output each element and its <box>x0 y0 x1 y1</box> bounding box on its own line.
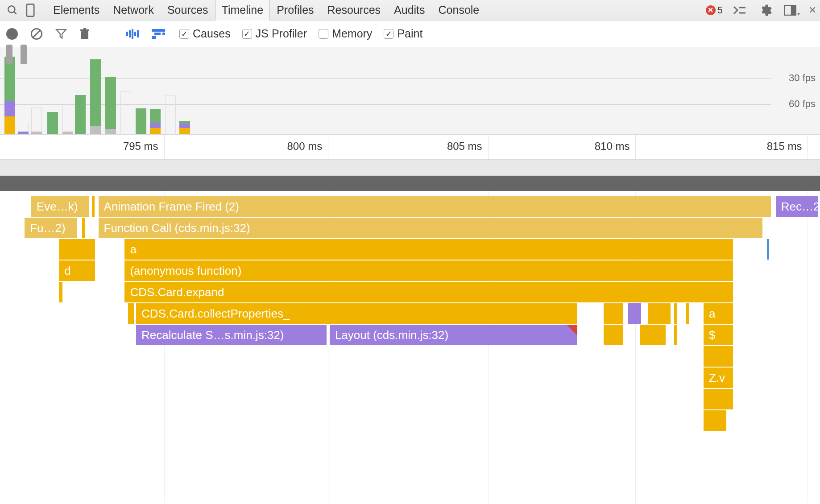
checkbox-box-icon <box>242 29 252 39</box>
error-icon: ✕ <box>706 5 716 15</box>
flame-bar[interactable]: $ <box>704 325 733 345</box>
record-button[interactable] <box>6 28 18 40</box>
overview-bars <box>4 47 766 134</box>
checkbox-label: JS Profiler <box>256 27 307 40</box>
time-ruler[interactable]: 795 ms800 ms805 ms810 ms815 ms <box>0 135 820 160</box>
timeline-overview[interactable]: 30 fps60 fps <box>0 47 820 135</box>
ruler-tick-label: 805 ms <box>447 140 482 153</box>
ruler-tick: 805 ms <box>488 135 489 159</box>
clear-icon[interactable] <box>30 28 43 40</box>
tab-sources[interactable]: Sources <box>161 0 215 21</box>
svg-rect-10 <box>81 31 88 39</box>
flame-bar[interactable] <box>128 303 134 324</box>
flame-bar[interactable] <box>604 325 623 345</box>
flame-chart[interactable]: Eve…k)Animation Frame Fired (2)Rec…2)Fu…… <box>0 191 820 503</box>
show-console-icon[interactable] <box>731 1 749 19</box>
flame-bar[interactable] <box>628 303 641 324</box>
svg-marker-9 <box>56 29 66 38</box>
flame-bar[interactable] <box>686 303 689 324</box>
ruler-tick-label: 815 ms <box>767 140 802 153</box>
checkbox-js-profiler[interactable]: JS Profiler <box>242 27 307 40</box>
error-count-badge[interactable]: ✕ 5 <box>706 4 723 16</box>
overview-range-handle[interactable] <box>21 45 27 64</box>
checkbox-box-icon <box>384 29 393 39</box>
dock-menu-caret-icon: ▾ <box>797 11 800 17</box>
panel-tabs: ElementsNetworkSourcesTimelineProfilesRe… <box>46 0 486 21</box>
flame-bar[interactable] <box>704 410 726 431</box>
flame-bar[interactable] <box>59 282 62 302</box>
checkbox-memory[interactable]: Memory <box>319 27 372 40</box>
flame-bar[interactable]: Recalculate S…s.min.js:32) <box>136 325 326 345</box>
flame-bar[interactable] <box>704 346 733 367</box>
fps-label: 60 fps <box>789 98 816 110</box>
tab-console[interactable]: Console <box>432 0 486 21</box>
flame-bar[interactable] <box>674 325 677 345</box>
flame-bar[interactable]: a <box>124 239 733 260</box>
flame-bar[interactable]: d <box>59 260 95 281</box>
svg-rect-12 <box>83 28 86 29</box>
flame-bar[interactable]: Animation Frame Fired (2) <box>99 196 771 217</box>
svg-rect-11 <box>80 29 89 31</box>
tabbar-right: ✕ 5 ▾ ✕ <box>706 1 816 19</box>
flame-bar[interactable]: CDS.Card.collectProperties_ <box>136 303 577 324</box>
flame-bar[interactable] <box>92 196 95 217</box>
svg-line-8 <box>33 30 40 37</box>
flame-bar[interactable] <box>604 303 623 324</box>
tab-network[interactable]: Network <box>106 0 161 21</box>
frames-view-icon[interactable] <box>126 29 139 39</box>
flame-bar[interactable]: CDS.Card.expand <box>124 282 733 302</box>
capture-options: CausesJS ProfilerMemoryPaint <box>179 27 422 40</box>
flame-bar[interactable] <box>704 389 733 409</box>
filter-funnel-icon[interactable] <box>55 28 67 40</box>
flame-bar[interactable]: Fu…2) <box>25 218 77 238</box>
checkbox-label: Paint <box>397 27 422 40</box>
tab-resources[interactable]: Resources <box>321 0 388 21</box>
ruler-tick-label: 800 ms <box>287 140 322 153</box>
garbage-collect-icon[interactable] <box>79 28 90 40</box>
tab-audits[interactable]: Audits <box>387 0 431 21</box>
flame-gridline <box>808 191 808 503</box>
flame-bar[interactable]: Rec…2) <box>776 196 819 217</box>
device-mode-icon[interactable] <box>21 1 39 19</box>
dock-side-icon[interactable]: ▾ <box>783 1 800 19</box>
flamechart-view-icon[interactable] <box>152 29 167 39</box>
checkbox-label: Causes <box>193 27 231 40</box>
checkbox-label: Memory <box>332 27 372 40</box>
settings-gear-icon[interactable] <box>757 1 774 19</box>
close-devtools-icon[interactable]: ✕ <box>808 4 816 16</box>
flame-bar[interactable]: Layout (cds.min.js:32) <box>330 325 577 345</box>
checkbox-causes[interactable]: Causes <box>179 27 231 40</box>
flame-bar[interactable]: Z.v <box>704 368 733 388</box>
flame-bar[interactable] <box>674 303 677 324</box>
tab-elements[interactable]: Elements <box>46 0 106 21</box>
flame-bar[interactable]: Eve…k) <box>31 196 89 217</box>
ruler-tick-label: 810 ms <box>595 140 630 153</box>
flame-bar[interactable] <box>640 325 666 345</box>
error-count: 5 <box>717 4 723 16</box>
flame-bar[interactable] <box>59 239 95 260</box>
ruler-tick: 795 ms <box>164 135 165 159</box>
checkbox-paint[interactable]: Paint <box>384 27 422 40</box>
layout-thrash-warning-icon <box>567 325 577 335</box>
tab-timeline[interactable]: Timeline <box>215 0 270 21</box>
checkbox-box-icon <box>179 29 189 39</box>
ruler-tick: 815 ms <box>808 135 808 159</box>
svg-point-0 <box>8 6 15 12</box>
tab-profiles[interactable]: Profiles <box>270 0 320 21</box>
flame-bar[interactable] <box>82 218 85 238</box>
overview-range-handle[interactable] <box>6 45 12 64</box>
devtools-tabbar: ElementsNetworkSourcesTimelineProfilesRe… <box>0 0 820 21</box>
flame-bar[interactable]: (anonymous function) <box>124 260 733 281</box>
flame-bar[interactable]: a <box>704 303 733 324</box>
flame-bar[interactable]: Function Call (cds.min.js:32) <box>99 218 763 238</box>
flame-bar[interactable] <box>767 239 770 260</box>
checkbox-box-icon <box>319 29 328 39</box>
ruler-tick: 810 ms <box>635 135 636 159</box>
flame-bar[interactable] <box>648 303 671 324</box>
network-strip[interactable] <box>0 160 820 176</box>
ruler-tick-label: 795 ms <box>123 140 158 153</box>
timeline-toolbar: CausesJS ProfilerMemoryPaint <box>0 21 820 47</box>
search-icon[interactable] <box>4 1 21 19</box>
cpu-strip[interactable] <box>0 176 820 191</box>
fps-label: 30 fps <box>789 72 816 84</box>
